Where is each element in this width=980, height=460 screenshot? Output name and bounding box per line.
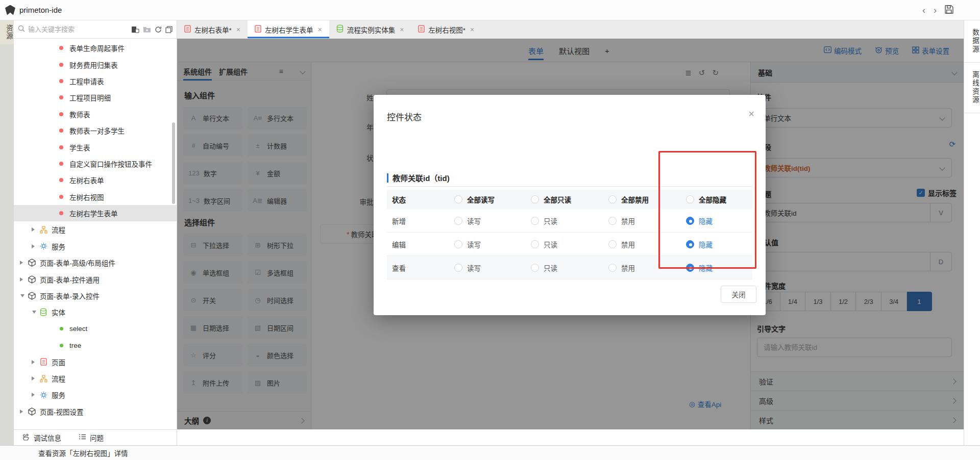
radio-unchecked[interactable] <box>454 264 462 272</box>
tree-arrow-right-icon[interactable] <box>20 261 25 265</box>
import-icon[interactable] <box>131 26 139 33</box>
right-rail-tab-数据源[interactable]: 数据源 <box>964 20 980 63</box>
radio-unchecked[interactable] <box>531 195 539 203</box>
option-只读[interactable]: 只读 <box>531 239 608 249</box>
tree-arrow-right-icon[interactable] <box>20 277 25 282</box>
tree-item-label: 左树右视图 <box>69 192 104 202</box>
option-label: 只读 <box>544 263 557 273</box>
tab-close-icon[interactable]: × <box>400 25 404 34</box>
tree-item[interactable]: 财务费用归集表 <box>14 56 177 72</box>
option-只读[interactable]: 只读 <box>531 263 608 273</box>
forward-icon[interactable]: › <box>934 5 937 16</box>
tree-indent <box>50 178 55 182</box>
radio-unchecked[interactable] <box>531 217 539 225</box>
back-icon[interactable]: ‹ <box>922 5 925 16</box>
tree-item[interactable]: 实体 <box>14 304 177 320</box>
radio-unchecked[interactable] <box>531 264 539 272</box>
tree-item[interactable]: 页面 <box>14 353 177 370</box>
statusbar: 查看资源「左树右视图」详情 <box>0 445 980 460</box>
tree-item-label: 财务费用归集表 <box>69 60 118 70</box>
new-folder-icon[interactable] <box>143 26 151 33</box>
tree-item[interactable]: 页面-表单-高级/布局组件 <box>14 254 177 271</box>
radio-unchecked[interactable] <box>454 240 462 248</box>
tree-item[interactable]: 服务 <box>14 387 177 403</box>
tree-item[interactable]: 教师表一对多学生 <box>14 122 177 139</box>
tree-arrow-right-icon[interactable] <box>20 410 25 414</box>
tree-arrow-right-icon[interactable] <box>32 376 37 380</box>
radio-unchecked[interactable] <box>608 264 617 272</box>
tree-item[interactable]: 流程 <box>14 221 177 238</box>
tree-item[interactable]: 表单生命周起事件 <box>14 40 177 56</box>
radio-unchecked[interactable] <box>608 217 617 225</box>
editor-tab[interactable]: 左树右表单*× <box>177 20 248 38</box>
editor-tab[interactable]: 流程实例实体集× <box>329 20 411 38</box>
tree-item[interactable]: 左树右视图 <box>14 189 177 205</box>
tree-arrow-right-icon[interactable] <box>32 393 37 397</box>
tree-item[interactable]: 工程申请表 <box>14 73 177 89</box>
collapse-all-icon[interactable] <box>165 26 173 33</box>
tab-close-icon[interactable]: × <box>317 25 322 34</box>
radio-unchecked[interactable] <box>454 217 462 225</box>
tree-arrow-down-icon[interactable] <box>20 294 24 299</box>
dot-red-icon <box>57 145 66 149</box>
tree-item[interactable]: 学生表 <box>14 139 177 155</box>
tree-scrollbar[interactable] <box>172 122 175 204</box>
tree-item[interactable]: 教师表 <box>14 106 177 122</box>
refresh-icon[interactable] <box>155 26 162 33</box>
tree-item-label: 教师表 <box>69 109 90 119</box>
radio-unchecked[interactable] <box>608 195 617 203</box>
tree-item[interactable]: 自定义窗口操作按钮及事件 <box>14 156 177 172</box>
right-rail-tab-离线资源[interactable]: 离线资源 <box>964 63 980 113</box>
tree-arrow-right-icon[interactable] <box>32 244 37 248</box>
dot-green-icon <box>57 344 66 347</box>
tree-indent <box>50 79 55 83</box>
left-rail-tab-资源[interactable]: 资源 <box>0 20 14 44</box>
search-input[interactable] <box>28 25 128 33</box>
option-只读[interactable]: 只读 <box>531 216 608 226</box>
tree-item[interactable]: 服务 <box>14 238 177 254</box>
close-button[interactable]: 关闭 <box>721 286 756 303</box>
dot-red-icon <box>57 162 66 166</box>
radio-unchecked[interactable] <box>608 240 617 248</box>
radio-unchecked[interactable] <box>531 240 539 248</box>
column-header-全部读写: 全部读写 <box>454 194 531 205</box>
editor-tab-label: 左树右表单* <box>194 24 232 35</box>
db-icon <box>39 308 48 316</box>
option-读写[interactable]: 读写 <box>454 263 531 273</box>
option-读写[interactable]: 读写 <box>454 216 531 226</box>
tree-arrow-right-icon[interactable] <box>32 227 37 232</box>
search-icon <box>18 25 25 34</box>
editor-tab[interactable]: 左树右学生表单× <box>248 20 329 38</box>
doc-icon <box>39 358 48 366</box>
toolbar-item-调试信息[interactable]: 调试信息 <box>22 432 61 443</box>
tree-item[interactable]: 左树右表单 <box>14 172 177 188</box>
editor-tab-label: 左树右学生表单 <box>265 24 313 35</box>
tree-item[interactable]: 页面-表单-控件通用 <box>14 271 177 287</box>
doc-icon <box>255 25 261 34</box>
tree-item[interactable]: 页面-表单-录入控件 <box>14 288 177 304</box>
tree-item[interactable]: select <box>14 321 177 337</box>
tree-item[interactable]: 左树右学生表单 <box>14 205 177 221</box>
tab-close-icon[interactable]: × <box>236 25 240 34</box>
save-icon[interactable] <box>945 5 953 15</box>
search-row <box>14 20 177 39</box>
tree-item[interactable]: 页面-视图设置 <box>14 403 177 420</box>
editor-tab[interactable]: 左树右视图*× <box>411 20 481 38</box>
radio-unchecked[interactable] <box>454 195 462 203</box>
toolbar-item-问题[interactable]: 问题 <box>79 432 104 443</box>
tab-close-icon[interactable]: × <box>470 25 474 34</box>
close-icon[interactable]: × <box>748 108 754 120</box>
tree-item[interactable]: 工程项目明细 <box>14 89 177 106</box>
doc-icon <box>184 25 191 34</box>
tree-item-label: select <box>69 325 87 333</box>
tree-arrow-down-icon[interactable] <box>32 311 36 316</box>
tree-item[interactable]: 流程 <box>14 370 177 387</box>
tree-item-label: 工程项目明细 <box>69 92 111 103</box>
search-toolbar <box>131 26 173 33</box>
option-读写[interactable]: 读写 <box>454 239 531 249</box>
tree-arrow-right-icon[interactable] <box>32 360 37 364</box>
gear-icon <box>39 242 48 250</box>
tree-item[interactable]: tree <box>14 337 177 353</box>
list-icon <box>79 433 86 442</box>
toolbar-item-label: 问题 <box>90 432 104 443</box>
